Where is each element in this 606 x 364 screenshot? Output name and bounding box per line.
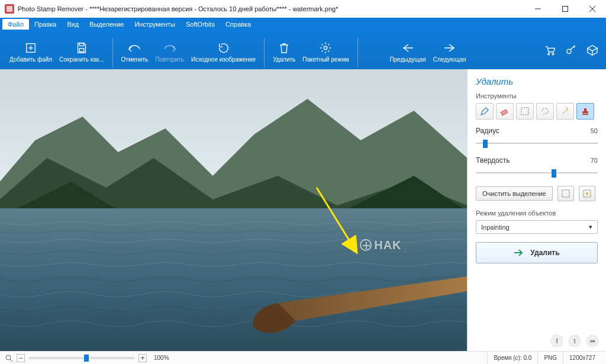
prev-label: Предыдущая	[390, 56, 426, 63]
arrow-right-icon	[514, 249, 524, 257]
remove-button[interactable]: Удалить	[269, 31, 299, 69]
add-file-label: Добавить файл	[9, 56, 52, 63]
hardness-label: Твердость	[476, 156, 591, 165]
trash-icon	[278, 41, 290, 55]
social-links: f t ➦	[550, 334, 599, 347]
canvas[interactable]: HAK	[0, 69, 467, 351]
svg-rect-10	[79, 49, 83, 52]
tool-lasso[interactable]	[536, 103, 554, 120]
maximize-button[interactable]	[552, 0, 579, 18]
tool-wand[interactable]	[556, 103, 574, 120]
menu-file[interactable]: Файл	[2, 19, 29, 30]
window-title: Photo Stamp Remover - ****Незарегистриро…	[18, 5, 524, 12]
svg-line-26	[10, 359, 12, 362]
tool-stamp[interactable]	[576, 103, 594, 120]
redo-icon	[162, 41, 178, 55]
zoom-in-button[interactable]: +	[138, 354, 147, 362]
svg-rect-21	[521, 108, 528, 115]
radius-value: 50	[591, 127, 598, 134]
add-file-button[interactable]: Добавить файл	[6, 31, 56, 69]
mode-combo[interactable]: Inpainting ▾	[476, 220, 598, 234]
menu-view[interactable]: Вид	[62, 19, 84, 30]
load-selection-button[interactable]	[579, 186, 595, 201]
zoom-out-button[interactable]: −	[17, 354, 25, 362]
watermark: HAK	[360, 239, 401, 252]
minimize-button[interactable]	[524, 0, 552, 18]
svg-rect-1	[7, 6, 12, 12]
separator	[112, 38, 113, 67]
tool-eraser[interactable]	[496, 103, 514, 120]
toolbar: Добавить файл Сохранить как... Отменить …	[0, 31, 606, 69]
menu-tools[interactable]: Инструменты	[129, 19, 180, 30]
side-panel: Удалить Инструменты Радиус50 Твердость70…	[467, 69, 606, 351]
original-image-button[interactable]: Исходное изображение	[188, 31, 259, 69]
tools-label: Инструменты	[476, 92, 598, 99]
undo-icon	[127, 41, 142, 55]
status-time: Время (с): 0.0	[487, 352, 537, 364]
separator	[264, 38, 265, 67]
share-icon[interactable]: ➦	[586, 334, 599, 347]
document-image	[0, 69, 467, 351]
apply-remove-label: Удалить	[530, 249, 559, 257]
menubar: Файл Правка Вид Выделение Инструменты So…	[0, 18, 606, 31]
hardness-slider[interactable]	[476, 167, 598, 179]
menu-select[interactable]: Выделение	[84, 19, 129, 30]
deselect-button[interactable]	[557, 186, 574, 201]
svg-point-25	[6, 355, 11, 360]
radius-label: Радиус	[476, 127, 591, 135]
arrow-left-icon	[401, 41, 414, 55]
watermark-text: HAK	[374, 239, 401, 252]
key-icon[interactable]	[563, 43, 579, 58]
cart-icon[interactable]	[542, 43, 557, 58]
panel-title: Удалить	[476, 76, 598, 86]
save-icon	[75, 41, 88, 55]
close-button[interactable]	[579, 0, 606, 18]
svg-point-14	[548, 53, 550, 55]
save-label: Сохранить как...	[59, 56, 104, 63]
clear-selection-button[interactable]: Очистить выделение	[476, 186, 553, 201]
menu-edit[interactable]: Правка	[29, 19, 62, 30]
zoom-fit-icon[interactable]	[5, 354, 13, 362]
redo-label: Повторить	[155, 56, 184, 63]
undo-button[interactable]: Отменить	[118, 31, 152, 69]
save-button[interactable]: Сохранить как...	[56, 31, 107, 69]
gear-icon	[319, 41, 332, 55]
svg-rect-9	[79, 43, 83, 46]
facebook-icon[interactable]: f	[550, 334, 563, 347]
zoom-slider[interactable]	[28, 357, 135, 359]
apply-remove-button[interactable]: Удалить	[476, 242, 598, 263]
svg-point-16	[567, 49, 571, 53]
remove-label: Удалить	[273, 56, 295, 63]
mode-value: Inpainting	[481, 224, 510, 231]
svg-rect-23	[562, 190, 569, 197]
redo-button[interactable]: Повторить	[152, 31, 188, 69]
refresh-icon	[217, 41, 230, 55]
status-format: PNG	[537, 352, 563, 364]
main: HAK Удалить Инструменты Радиус50 Твердос…	[0, 69, 606, 351]
mode-label: Режим удаления объектов	[476, 210, 598, 217]
zoom-value: 100%	[154, 355, 169, 361]
svg-rect-3	[563, 6, 568, 11]
separator	[357, 38, 358, 67]
tool-pencil[interactable]	[476, 103, 494, 120]
svg-rect-22	[582, 114, 588, 115]
next-button[interactable]: Следующая	[430, 31, 470, 69]
original-label: Исходное изображение	[191, 56, 256, 63]
svg-rect-20	[501, 109, 508, 115]
twitter-icon[interactable]: t	[568, 334, 581, 347]
hardness-value: 70	[591, 157, 598, 164]
arrow-right-icon	[443, 41, 456, 55]
next-label: Следующая	[433, 56, 466, 63]
batch-button[interactable]: Пакетный режим	[299, 31, 352, 69]
radius-slider[interactable]	[476, 137, 598, 149]
prev-button[interactable]: Предыдущая	[386, 31, 430, 69]
status-dimensions: 1200x727	[563, 352, 601, 364]
tool-rect-select[interactable]	[516, 103, 534, 120]
svg-point-11	[324, 46, 328, 50]
titlebar: Photo Stamp Remover - ****Незарегистриро…	[0, 0, 606, 18]
batch-label: Пакетный режим	[302, 56, 349, 63]
undo-label: Отменить	[121, 56, 149, 63]
box-icon[interactable]	[585, 43, 600, 58]
menu-help[interactable]: Справка	[220, 19, 256, 30]
menu-softorbits[interactable]: SoftOrbits	[180, 19, 220, 30]
